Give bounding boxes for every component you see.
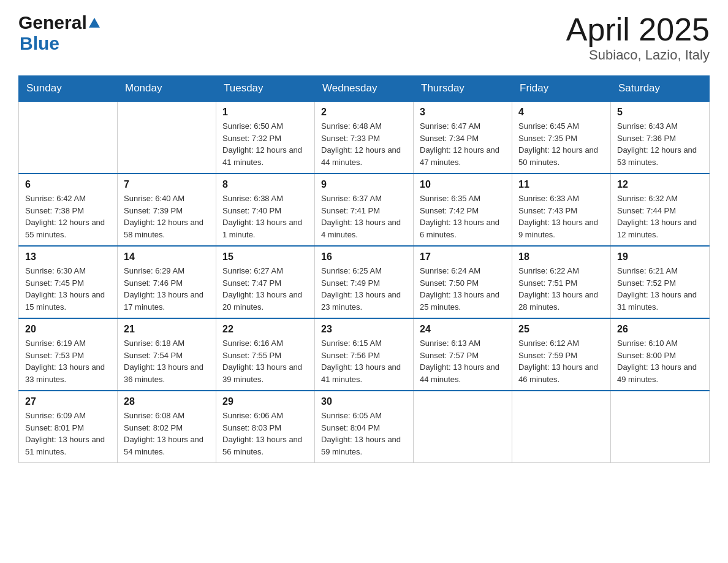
day-number: 9 [321,179,407,190]
header-tuesday: Tuesday [216,76,315,102]
calendar-week-1: 1Sunrise: 6:50 AMSunset: 7:32 PMDaylight… [19,101,710,174]
day-info: Sunrise: 6:18 AMSunset: 7:54 PMDaylight:… [124,337,210,385]
calendar-cell-w5-d5 [512,391,611,463]
day-number: 21 [124,324,210,335]
day-number: 19 [617,251,703,262]
day-number: 12 [617,179,703,190]
calendar-cell-w2-d4: 10Sunrise: 6:35 AMSunset: 7:42 PMDayligh… [414,174,512,246]
logo: General Blue [18,12,101,54]
day-number: 23 [321,324,407,335]
day-number: 18 [518,251,604,262]
day-info: Sunrise: 6:32 AMSunset: 7:44 PMDaylight:… [617,193,703,240]
day-info: Sunrise: 6:05 AMSunset: 8:04 PMDaylight:… [321,410,407,458]
svg-marker-0 [89,18,100,28]
day-number: 28 [124,396,210,407]
calendar-cell-w1-d6: 5Sunrise: 6:43 AMSunset: 7:36 PMDaylight… [611,101,710,174]
day-number: 14 [124,251,210,262]
calendar-week-2: 6Sunrise: 6:42 AMSunset: 7:38 PMDaylight… [19,174,710,246]
day-info: Sunrise: 6:45 AMSunset: 7:35 PMDaylight:… [518,120,604,168]
day-number: 26 [617,324,703,335]
day-info: Sunrise: 6:33 AMSunset: 7:43 PMDaylight:… [518,193,604,240]
day-info: Sunrise: 6:13 AMSunset: 7:57 PMDaylight:… [420,337,506,385]
calendar-cell-w3-d3: 16Sunrise: 6:25 AMSunset: 7:49 PMDayligh… [315,246,414,318]
day-number: 1 [222,107,308,118]
header-monday: Monday [118,76,216,102]
calendar-cell-w5-d2: 29Sunrise: 6:06 AMSunset: 8:03 PMDayligh… [216,391,315,463]
calendar-cell-w2-d0: 6Sunrise: 6:42 AMSunset: 7:38 PMDaylight… [19,174,118,246]
calendar-week-3: 13Sunrise: 6:30 AMSunset: 7:45 PMDayligh… [19,246,710,318]
day-number: 2 [321,107,407,118]
calendar-cell-w3-d0: 13Sunrise: 6:30 AMSunset: 7:45 PMDayligh… [19,246,118,318]
day-info: Sunrise: 6:50 AMSunset: 7:32 PMDaylight:… [222,120,308,168]
day-info: Sunrise: 6:09 AMSunset: 8:01 PMDaylight:… [25,410,111,458]
day-number: 20 [25,324,111,335]
day-info: Sunrise: 6:43 AMSunset: 7:36 PMDaylight:… [617,120,703,168]
calendar-cell-w3-d6: 19Sunrise: 6:21 AMSunset: 7:52 PMDayligh… [611,246,710,318]
calendar-cell-w3-d5: 18Sunrise: 6:22 AMSunset: 7:51 PMDayligh… [512,246,611,318]
header-saturday: Saturday [611,76,710,102]
header-friday: Friday [512,76,611,102]
day-number: 25 [518,324,604,335]
day-number: 3 [420,107,506,118]
day-info: Sunrise: 6:24 AMSunset: 7:50 PMDaylight:… [420,265,506,313]
day-number: 8 [222,179,308,190]
header-sunday: Sunday [19,76,118,102]
calendar-cell-w2-d3: 9Sunrise: 6:37 AMSunset: 7:41 PMDaylight… [315,174,414,246]
day-info: Sunrise: 6:16 AMSunset: 7:55 PMDaylight:… [222,337,308,385]
calendar-cell-w2-d2: 8Sunrise: 6:38 AMSunset: 7:40 PMDaylight… [216,174,315,246]
day-info: Sunrise: 6:06 AMSunset: 8:03 PMDaylight:… [222,410,308,458]
page-title: April 2025 [566,12,710,47]
page-subtitle: Subiaco, Lazio, Italy [566,47,710,63]
calendar-cell-w4-d5: 25Sunrise: 6:12 AMSunset: 7:59 PMDayligh… [512,318,611,391]
day-number: 16 [321,251,407,262]
day-info: Sunrise: 6:08 AMSunset: 8:02 PMDaylight:… [124,410,210,458]
day-number: 6 [25,179,111,190]
calendar-week-4: 20Sunrise: 6:19 AMSunset: 7:53 PMDayligh… [19,318,710,391]
calendar-header-row: Sunday Monday Tuesday Wednesday Thursday… [19,76,710,102]
calendar-cell-w5-d1: 28Sunrise: 6:08 AMSunset: 8:02 PMDayligh… [118,391,216,463]
calendar-cell-w4-d2: 22Sunrise: 6:16 AMSunset: 7:55 PMDayligh… [216,318,315,391]
calendar-cell-w5-d3: 30Sunrise: 6:05 AMSunset: 8:04 PMDayligh… [315,391,414,463]
day-info: Sunrise: 6:21 AMSunset: 7:52 PMDaylight:… [617,265,703,313]
day-number: 29 [222,396,308,407]
logo-blue-text: Blue [20,33,59,54]
day-number: 22 [222,324,308,335]
calendar-week-5: 27Sunrise: 6:09 AMSunset: 8:01 PMDayligh… [19,391,710,463]
logo-general-text: General [18,12,87,33]
day-info: Sunrise: 6:35 AMSunset: 7:42 PMDaylight:… [420,193,506,240]
calendar-cell-w1-d4: 3Sunrise: 6:47 AMSunset: 7:34 PMDaylight… [414,101,512,174]
calendar-cell-w1-d3: 2Sunrise: 6:48 AMSunset: 7:33 PMDaylight… [315,101,414,174]
calendar-cell-w5-d0: 27Sunrise: 6:09 AMSunset: 8:01 PMDayligh… [19,391,118,463]
calendar-cell-w3-d4: 17Sunrise: 6:24 AMSunset: 7:50 PMDayligh… [414,246,512,318]
page-header: General Blue April 2025 Subiaco, Lazio, … [18,12,710,63]
day-number: 30 [321,396,407,407]
day-number: 24 [420,324,506,335]
day-info: Sunrise: 6:30 AMSunset: 7:45 PMDaylight:… [25,265,111,313]
calendar-cell-w3-d1: 14Sunrise: 6:29 AMSunset: 7:46 PMDayligh… [118,246,216,318]
day-info: Sunrise: 6:10 AMSunset: 8:00 PMDaylight:… [617,337,703,385]
calendar-cell-w2-d1: 7Sunrise: 6:40 AMSunset: 7:39 PMDaylight… [118,174,216,246]
day-number: 5 [617,107,703,118]
day-info: Sunrise: 6:42 AMSunset: 7:38 PMDaylight:… [25,193,111,240]
calendar-cell-w1-d2: 1Sunrise: 6:50 AMSunset: 7:32 PMDaylight… [216,101,315,174]
calendar-cell-w3-d2: 15Sunrise: 6:27 AMSunset: 7:47 PMDayligh… [216,246,315,318]
day-info: Sunrise: 6:38 AMSunset: 7:40 PMDaylight:… [222,193,308,240]
day-info: Sunrise: 6:29 AMSunset: 7:46 PMDaylight:… [124,265,210,313]
day-number: 10 [420,179,506,190]
calendar-cell-w2-d6: 12Sunrise: 6:32 AMSunset: 7:44 PMDayligh… [611,174,710,246]
header-wednesday: Wednesday [315,76,414,102]
calendar-cell-w2-d5: 11Sunrise: 6:33 AMSunset: 7:43 PMDayligh… [512,174,611,246]
day-number: 7 [124,179,210,190]
day-info: Sunrise: 6:12 AMSunset: 7:59 PMDaylight:… [518,337,604,385]
day-info: Sunrise: 6:15 AMSunset: 7:56 PMDaylight:… [321,337,407,385]
day-info: Sunrise: 6:22 AMSunset: 7:51 PMDaylight:… [518,265,604,313]
calendar-cell-w4-d4: 24Sunrise: 6:13 AMSunset: 7:57 PMDayligh… [414,318,512,391]
title-block: April 2025 Subiaco, Lazio, Italy [566,12,710,63]
day-info: Sunrise: 6:27 AMSunset: 7:47 PMDaylight:… [222,265,308,313]
day-number: 15 [222,251,308,262]
day-info: Sunrise: 6:19 AMSunset: 7:53 PMDaylight:… [25,337,111,385]
day-info: Sunrise: 6:40 AMSunset: 7:39 PMDaylight:… [124,193,210,240]
day-number: 13 [25,251,111,262]
day-number: 27 [25,396,111,407]
day-number: 4 [518,107,604,118]
